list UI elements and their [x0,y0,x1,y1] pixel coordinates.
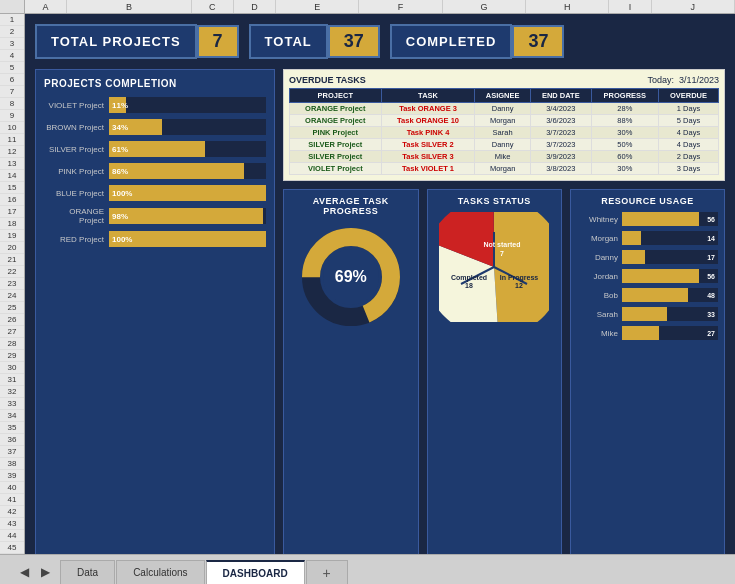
resource-name: Danny [577,253,622,262]
overdue-col-header: END DATE [530,89,591,103]
bar-label: PINK Project [44,167,109,176]
tab-data[interactable]: Data [60,560,115,584]
col-c: C [192,0,234,13]
svg-text:Completed: Completed [451,274,487,282]
svg-text:In Progress: In Progress [500,274,539,282]
table-cell: 3/7/2023 [530,139,591,151]
nav-next[interactable]: ▶ [37,563,54,581]
table-cell: 3/4/2023 [530,103,591,115]
kpi-total-projects-label: TOTAL PROJECTS [35,24,197,59]
table-cell: ORANGE Project [290,103,382,115]
right-panels: OVERDUE TASKS Today: 3/11/2023 PROJECTTA… [283,69,725,561]
bar-label: BROWN Project [44,123,109,132]
bar-fill [109,185,266,201]
bar-label: ORANGE Project [44,207,109,225]
kpi-total-label: TOTAL [249,24,328,59]
project-bar-row: PINK Project 86% [44,163,266,179]
table-cell: 28% [591,103,658,115]
overdue-today: Today: 3/11/2023 [647,75,719,85]
resource-usage-title: RESOURCE USAGE [577,196,718,206]
bar-pct: 11% [112,101,128,110]
table-row: PINK ProjectTask PINK 4Sarah3/7/202330%4… [290,127,719,139]
overdue-col-header: ASIGNEE [475,89,530,103]
table-cell: Morgan [475,163,530,175]
project-bar-row: SILVER Project 61% [44,141,266,157]
col-a: A [25,0,67,13]
resource-row: Jordan 56 [577,269,718,283]
resource-name: Jordan [577,272,622,281]
nav-arrows: ◀ ▶ [10,560,60,584]
overdue-col-header: TASK [381,89,475,103]
bar-pct: 100% [112,189,132,198]
resource-value: 48 [707,292,715,299]
tasks-status-title: TASKS STATUS [458,196,531,206]
bar-label: VIOLET Project [44,101,109,110]
table-cell: Danny [475,139,530,151]
resource-name: Whitney [577,215,622,224]
kpi-completed-label: COMPLETED [390,24,513,59]
resource-bar: 14 [622,231,718,245]
col-i: I [609,0,651,13]
sheet-body: 1234567891011121314151617181920212223242… [0,14,735,584]
table-cell: Task SILVER 2 [381,139,475,151]
col-g: G [443,0,526,13]
kpi-row: TOTAL PROJECTS 7 TOTAL 37 COMPLETED 37 [35,24,725,59]
table-cell: Sarah [475,127,530,139]
resource-bars: Whitney 56 Morgan 14 Danny 17 Jordan 56 [577,212,718,340]
col-j: J [652,0,735,13]
resource-row: Mike 27 [577,326,718,340]
resource-bar: 56 [622,212,718,226]
bar-pct: 98% [112,212,128,221]
avg-progress-panel: AVERAGE TASK PROGRESS [283,189,419,561]
projects-completion-title: PROJECTS COMPLETION [44,78,266,89]
table-cell: SILVER Project [290,151,382,163]
mid-row: AVERAGE TASK PROGRESS [283,189,725,561]
corner-cell [0,0,25,13]
table-cell: SILVER Project [290,139,382,151]
bar-label: SILVER Project [44,145,109,154]
overdue-title: OVERDUE TASKS [289,75,366,85]
resource-bar-fill [622,288,688,302]
bar-pct: 86% [112,167,128,176]
table-cell: 3/6/2023 [530,115,591,127]
resource-row: Bob 48 [577,288,718,302]
row-headers: 1234567891011121314151617181920212223242… [0,14,25,584]
bar-fill [109,208,263,224]
table-row: ORANGE ProjectTask ORANGE 10Morgan3/6/20… [290,115,719,127]
resource-bar: 48 [622,288,718,302]
avg-progress-title: AVERAGE TASK PROGRESS [290,196,412,216]
table-cell: Danny [475,103,530,115]
table-cell: 30% [591,163,658,175]
kpi-total-projects: TOTAL PROJECTS 7 [35,24,239,59]
table-cell: 50% [591,139,658,151]
table-cell: 4 Days [659,139,719,151]
tasks-status-panel: TASKS STATUS [427,189,563,561]
resource-name: Mike [577,329,622,338]
bar-rows: VIOLET Project 11% BROWN Project 34% SIL… [44,97,266,247]
table-cell: Task ORANGE 3 [381,103,475,115]
bar-container: 100% [109,231,266,247]
resource-bar-fill [622,250,645,264]
bar-container: 98% [109,208,266,224]
overdue-section: OVERDUE TASKS Today: 3/11/2023 PROJECTTA… [283,69,725,181]
resource-bar-fill [622,231,641,245]
table-cell: 3/8/2023 [530,163,591,175]
tab-dashboard[interactable]: DASHBOARD [206,560,305,584]
bar-pct: 34% [112,123,128,132]
table-cell: 88% [591,115,658,127]
col-headers: A B C D E F G H I J [0,0,735,14]
bar-label: BLUE Project [44,189,109,198]
bar-container: 61% [109,141,266,157]
tab-add[interactable]: + [306,560,348,584]
table-cell: Task PINK 4 [381,127,475,139]
table-row: ORANGE ProjectTask ORANGE 3Danny3/4/2023… [290,103,719,115]
overdue-header: OVERDUE TASKS Today: 3/11/2023 [289,75,719,85]
overdue-col-header: PROJECT [290,89,382,103]
table-cell: 3/7/2023 [530,127,591,139]
resource-value: 14 [707,235,715,242]
projects-completion-panel: PROJECTS COMPLETION VIOLET Project 11% B… [35,69,275,561]
table-cell: Mike [475,151,530,163]
nav-prev[interactable]: ◀ [16,563,33,581]
tab-calculations[interactable]: Calculations [116,560,204,584]
svg-text:18: 18 [465,282,473,289]
